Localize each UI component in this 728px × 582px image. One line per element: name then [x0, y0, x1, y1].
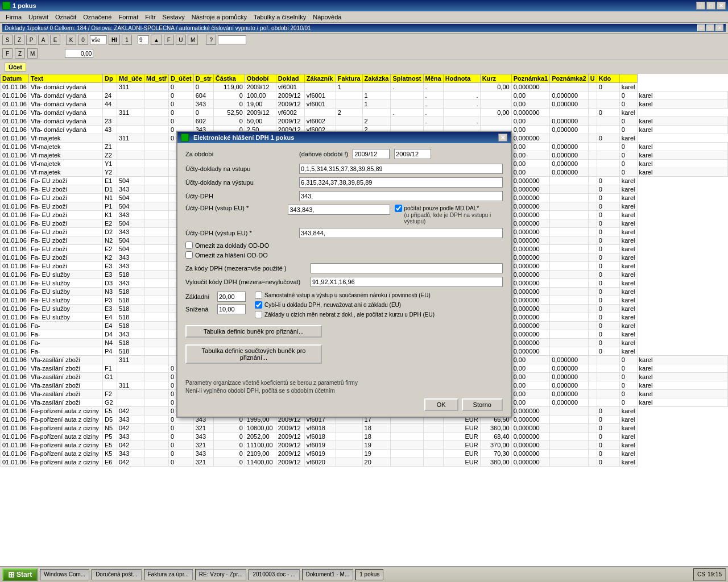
table-cell: 0,00 [511, 381, 550, 390]
vyloucit-input[interactable] [311, 277, 503, 287]
kody-dph-input[interactable] [311, 263, 503, 273]
menu-format[interactable]: Format [115, 13, 142, 22]
table-row[interactable]: 01.01.06Vfa- domácí vydaná3110052,502009… [1, 109, 728, 117]
table-row[interactable]: 01.01.06Fa-pořízení auta z cizinyK534303… [1, 450, 728, 458]
btn-1[interactable]: 1 [122, 35, 132, 45]
ucty-dph-eu-input[interactable] [288, 205, 390, 215]
table-cell: 0 [597, 296, 619, 305]
taskbar-item-2[interactable]: Faktura za úpr... [144, 569, 193, 580]
table-cell: vf6019 [304, 450, 336, 458]
checkbox-omezit-doklady[interactable] [185, 242, 193, 249]
table-cell: 0 [597, 185, 619, 194]
btn-P[interactable]: P [26, 35, 36, 45]
table-cell: 0 [619, 356, 637, 364]
btn-Z[interactable]: Z [14, 35, 24, 45]
table-cell: D3 [103, 279, 117, 288]
zakladni-input[interactable] [217, 292, 246, 302]
btn-M-bottom[interactable]: M [27, 48, 38, 59]
checkbox-eu3[interactable] [255, 311, 262, 318]
table-cell: 343 [117, 228, 144, 236]
menu-oznacit[interactable]: Označit [52, 13, 80, 22]
checkbox-eu1[interactable] [255, 292, 262, 299]
toolbar-val-input[interactable] [218, 35, 246, 44]
table-cell: vf6001 [304, 92, 336, 100]
taskbar-item-5[interactable]: Dokument1 - M... [302, 569, 354, 580]
toolbar-amount-input[interactable] [65, 49, 93, 58]
btn-F-bottom[interactable]: F [2, 48, 13, 59]
table-cell: karel [637, 398, 727, 407]
inner-close[interactable]: ✕ [715, 24, 723, 31]
menu-tabulky[interactable]: Tabulky a číselníky [250, 13, 309, 22]
btn-tabulka1[interactable]: Tabulka definic buněk pro přiznání... [185, 325, 322, 338]
minimize-button[interactable]: ─ [696, 2, 705, 10]
btn-A[interactable]: A [38, 35, 48, 45]
table-row[interactable]: 01.01.06Vfa- domácí vydaná440343019,0020… [1, 100, 728, 109]
table-cell: 0 [213, 433, 245, 441]
ucty-vystupu-input[interactable] [299, 177, 503, 188]
checkbox-md-dal[interactable] [395, 205, 402, 212]
period2-input[interactable] [394, 149, 431, 159]
start-button[interactable]: ⊞ Start [2, 568, 38, 581]
checkbox-eu2[interactable] [255, 301, 262, 309]
inner-maximize[interactable]: □ [706, 24, 714, 31]
toolbar-num-input[interactable] [138, 35, 149, 44]
checkbox-omezit-hlaseni[interactable] [185, 251, 193, 259]
menu-firma[interactable]: Firma [2, 13, 25, 22]
table-cell: Vf-majetek [29, 168, 103, 177]
btn-I[interactable]: Hl [109, 35, 120, 45]
table-cell: 504 [117, 219, 144, 228]
table-row[interactable]: 01.01.06Vfa- domácí vydaná31100119,00200… [1, 83, 728, 92]
taskbar-item-6[interactable]: 1 pokus [355, 569, 383, 580]
btn-tabulka2[interactable]: Tabulka definic součtových buněk pro při… [185, 344, 322, 364]
btn-storno[interactable]: Storno [462, 398, 503, 411]
table-row[interactable]: 01.01.06Fa-pořízení auta z cizinyN504203… [1, 424, 728, 433]
ucty-dph-input[interactable] [299, 191, 503, 201]
menu-filtr[interactable]: Filtr [142, 13, 159, 22]
close-button[interactable]: ✕ [717, 2, 726, 10]
table-row[interactable]: 01.01.06Fa-pořízení auta z cizinyP534303… [1, 433, 728, 441]
dialog-close-button[interactable]: ✕ [498, 134, 507, 142]
table-cell [117, 126, 144, 134]
table-cell: 0 [619, 373, 637, 381]
ucty-dph-eu-out-input[interactable] [299, 228, 503, 238]
table-row[interactable]: 01.01.06Fa-pořízení auta z cizinyE604203… [1, 458, 728, 467]
btn-up[interactable]: ▲ [151, 35, 162, 45]
btn-help[interactable]: ? [206, 35, 216, 45]
btn-Z-bottom[interactable]: Z [15, 48, 25, 59]
table-cell: 518 [117, 305, 144, 313]
btn-E[interactable]: E [50, 35, 60, 45]
menu-napoveda[interactable]: Nápověda [309, 13, 345, 22]
table-cell [588, 339, 597, 347]
btn-ok[interactable]: OK [424, 398, 458, 411]
menu-nastroje[interactable]: Nástroje a pomůcky [188, 13, 250, 22]
table-cell: karel [637, 373, 727, 381]
table-cell [423, 424, 443, 433]
snizena-input[interactable] [217, 304, 246, 314]
btn-M[interactable]: M [188, 35, 198, 45]
table-row[interactable]: 01.01.06Fa-pořízení auta z cizinyE504203… [1, 441, 728, 450]
menu-upravit[interactable]: Upravit [25, 13, 52, 22]
footer-text1: Parametry organizace včetně koeficientů … [185, 380, 503, 386]
btn-S[interactable]: S [2, 35, 13, 45]
toolbar-vsc-input[interactable] [90, 35, 107, 44]
table-row[interactable]: 01.01.06Vfa- domácí vydaná230602050,0020… [1, 117, 728, 126]
inner-minimize[interactable]: ─ [697, 24, 705, 31]
taskbar-item-4[interactable]: 2010003.doc - ... [249, 569, 299, 580]
taskbar-item-0[interactable]: Windows Com... [40, 569, 89, 580]
menu-sestavy[interactable]: Sestavy [159, 13, 188, 22]
table-cell: F1 [103, 364, 117, 373]
menu-oznacene[interactable]: Označené [80, 13, 115, 22]
btn-U[interactable]: U [176, 35, 186, 45]
table-cell: 2009/12 [245, 109, 276, 117]
maximize-button[interactable]: □ [706, 2, 715, 10]
btn-0[interactable]: 0 [78, 35, 88, 45]
ucty-vstupu-input[interactable] [299, 164, 503, 174]
btn-K[interactable]: K [66, 35, 76, 45]
taskbar-item-3[interactable]: RE: Vzory - Zpr... [195, 569, 247, 580]
btn-F[interactable]: F [164, 35, 174, 45]
table-cell: Fa-pořízení auta z ciziny [29, 441, 103, 450]
inner-window-title: Doklady 1/pokus/ 0 Celkem: 184 / Osnova:… [5, 25, 311, 31]
taskbar-item-1[interactable]: Doručená pošt... [92, 569, 141, 580]
period1-input[interactable] [353, 149, 390, 159]
table-row[interactable]: 01.01.06Vfa- domácí vydaná2406040100,002… [1, 92, 728, 100]
